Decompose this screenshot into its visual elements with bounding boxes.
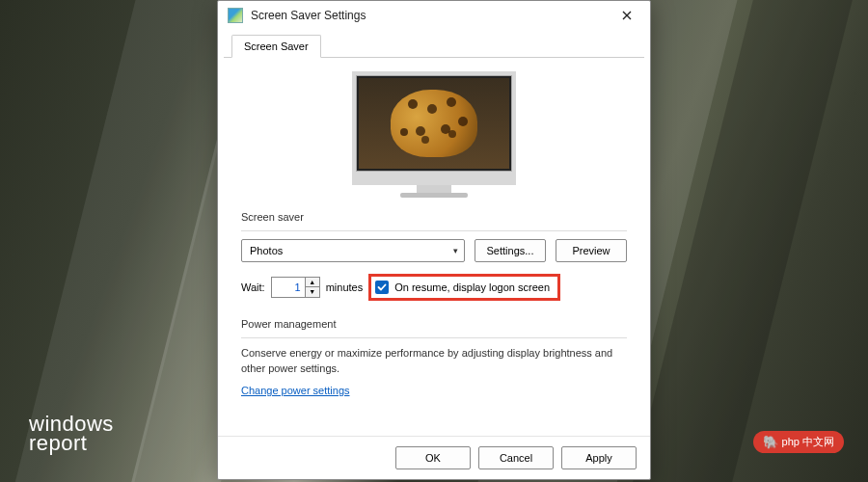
resume-checkbox[interactable] [375,281,389,294]
close-icon [622,11,632,20]
settings-button[interactable]: Settings... [475,239,546,262]
tab-screen-saver[interactable]: Screen Saver [231,35,321,58]
cancel-button[interactable]: Cancel [478,446,554,469]
resume-label: On resume, display logon screen [394,281,550,293]
watermark-windows-report: windows report [29,415,114,453]
tabstrip: Screen Saver [224,30,644,58]
close-button[interactable] [613,5,640,26]
dialog-footer: OK Cancel Apply [218,436,650,479]
change-power-settings-link[interactable]: Change power settings [241,385,627,396]
resume-highlight: On resume, display logon screen [368,274,560,301]
titlebar: Screen Saver Settings [218,1,650,30]
screensaver-group-label: Screen saver [241,211,627,223]
screen-saver-dialog: Screen Saver Settings Screen Saver Scree… [217,0,651,480]
preview-monitor [241,71,627,198]
app-icon [228,8,243,23]
window-title: Screen Saver Settings [251,9,613,22]
wait-label: Wait: [241,281,265,293]
chevron-down-icon: ▾ [453,246,458,255]
ok-button[interactable]: OK [395,446,471,469]
check-icon [377,282,387,292]
wait-unit: minutes [326,281,364,293]
power-description: Conserve energy or maximize performance … [241,346,627,377]
spinner-down-icon[interactable]: ▼ [306,287,319,297]
preview-button[interactable]: Preview [556,239,627,262]
screensaver-select[interactable]: Photos ▾ [241,239,465,262]
spinner-up-icon[interactable]: ▲ [306,278,319,287]
apply-button[interactable]: Apply [561,446,637,469]
screensaver-select-value: Photos [250,245,283,256]
power-group-label: Power management [241,318,627,330]
watermark-php: 🐘php 中文网 [753,431,844,453]
leopard-image [391,90,477,157]
wait-input[interactable] [272,281,305,293]
wait-spinner[interactable]: ▲ ▼ [271,277,320,298]
